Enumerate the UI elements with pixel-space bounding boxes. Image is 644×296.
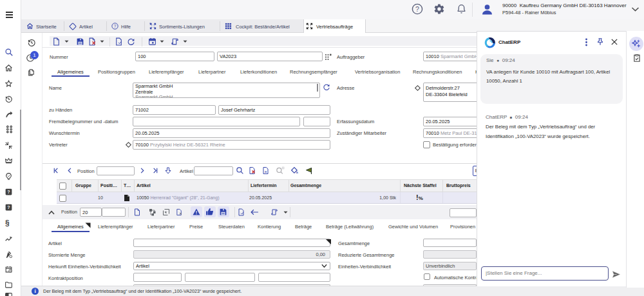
svg-text:a: a [265, 170, 267, 173]
svg-text:a: a [296, 170, 299, 174]
svg-text:?: ? [7, 190, 10, 194]
svg-text:?: ? [114, 24, 117, 28]
svg-text:?: ? [7, 205, 10, 210]
svg-text:?: ? [415, 5, 419, 13]
